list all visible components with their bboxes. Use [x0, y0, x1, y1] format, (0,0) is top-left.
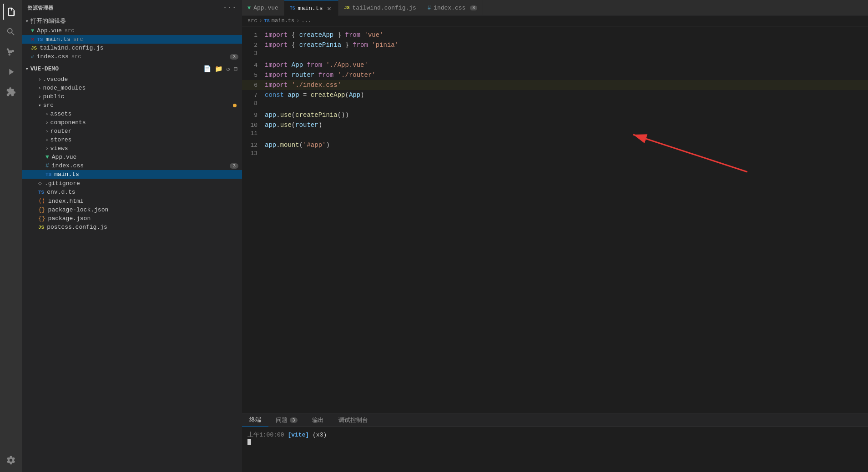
tab-appvue-label: App.vue: [253, 5, 278, 11]
file-indexhtml[interactable]: ⟨⟩ index.html: [22, 196, 242, 206]
lc-6: import './index.css': [265, 80, 868, 90]
tab-tailwind-icon: JS: [344, 5, 349, 10]
folder-public[interactable]: › public: [22, 92, 242, 101]
css-hash-icon-src: #: [45, 162, 49, 169]
lc-2: import { createPinia } from 'pinia': [265, 40, 868, 50]
lc-9: app.use(createPinia()): [265, 110, 868, 120]
file-tree: ▾ 打开的编辑器 ▼ App.vue src ✕ TS main.ts src …: [22, 15, 242, 472]
code-line-12: 12 app.mount('#app'): [242, 140, 868, 150]
code-line-10: 10 app.use(router): [242, 120, 868, 130]
source-control-icon[interactable]: [3, 44, 19, 60]
open-editor-appvue-name: App.vue: [37, 27, 62, 34]
code-line-7: 7 const app = createApp(App): [242, 90, 868, 100]
folder-src[interactable]: ▾ src: [22, 101, 242, 110]
panel-tab-output[interactable]: 输出: [305, 413, 331, 427]
extensions-icon[interactable]: [3, 84, 19, 100]
src-modified-dot: [233, 104, 237, 107]
tab-indexcss-label: index.css: [434, 5, 465, 11]
folder-stores-arrow: ›: [45, 137, 49, 143]
ln-9: 9: [242, 112, 265, 119]
folder-router-label: router: [50, 128, 72, 135]
panel-tabs: 终端 问题 3 输出 调试控制台: [242, 413, 868, 427]
open-editor-maints-path: src: [73, 36, 83, 43]
ln-4: 4: [242, 62, 265, 69]
folder-public-arrow: ›: [38, 94, 41, 100]
project-header[interactable]: ▾ VUE-DEMO 📄 📁 ↺ ⊟: [22, 63, 242, 75]
folder-vscode-arrow: ›: [38, 77, 41, 82]
open-editor-maints[interactable]: ✕ TS main.ts src: [22, 35, 242, 44]
folder-public-label: public: [43, 93, 65, 100]
open-editor-indexcss-name: index.css: [37, 53, 69, 60]
tab-tailwind[interactable]: JS tailwind.config.js: [338, 0, 422, 16]
close-icon[interactable]: ✕: [31, 36, 34, 43]
folder-nm-label: node_modules: [43, 85, 86, 91]
tab-maints-close[interactable]: ✕: [325, 5, 333, 12]
new-file-button[interactable]: 📄: [202, 64, 212, 74]
folder-stores[interactable]: › stores: [22, 136, 242, 144]
open-editors-arrow: ▾: [25, 18, 29, 24]
ts-icon-env: TS: [38, 190, 44, 195]
folder-assets[interactable]: › assets: [22, 110, 242, 118]
ln-13: 13: [242, 150, 265, 157]
file-indexcss-src-label: index.css: [52, 162, 84, 169]
folder-components[interactable]: › components: [22, 118, 242, 127]
open-editor-indexcss-path: src: [71, 54, 81, 60]
panel-debug-label: 调试控制台: [338, 416, 368, 424]
tab-maints[interactable]: TS main.ts ✕: [284, 0, 339, 16]
run-icon[interactable]: [3, 64, 19, 80]
project-name: VUE-DEMO: [30, 65, 59, 72]
panel-tab-problems[interactable]: 问题 3: [268, 413, 305, 427]
file-postcss[interactable]: JS postcss.config.js: [22, 223, 242, 231]
file-packagejson[interactable]: {} package.json: [22, 214, 242, 223]
open-editors-header[interactable]: ▾ 打开的编辑器: [22, 15, 242, 26]
code-line-6: 6 import './index.css': [242, 80, 868, 90]
panel-problems-badge: 3: [290, 417, 298, 423]
git-icon: ◇: [38, 180, 42, 187]
open-editor-indexcss[interactable]: # index.css src 3: [22, 52, 242, 61]
file-packagelock[interactable]: {} package-lock.json: [22, 206, 242, 214]
file-maints-src[interactable]: TS main.ts: [22, 170, 242, 179]
file-gitignore[interactable]: ◇ .gitignore: [22, 179, 242, 188]
breadcrumb-sep2: ›: [296, 18, 299, 24]
collapse-button[interactable]: ⊟: [233, 64, 238, 74]
refresh-button[interactable]: ↺: [225, 64, 231, 74]
lc-5: import router from './router': [265, 70, 868, 80]
tab-indexcss[interactable]: # index.css 3: [422, 0, 483, 16]
open-editor-tailwind-name: tailwind.config.js: [40, 45, 103, 51]
settings-icon[interactable]: [3, 452, 19, 468]
files-icon[interactable]: [3, 4, 19, 20]
lc-10: app.use(router): [265, 120, 868, 130]
panel: 终端 问题 3 输出 调试控制台 上午1:00:00 [vite] (x3) █: [242, 413, 868, 472]
folder-views[interactable]: › views: [22, 144, 242, 153]
sidebar-title: 资源管理器: [27, 5, 54, 11]
open-editor-tailwind[interactable]: JS tailwind.config.js: [22, 44, 242, 52]
ln-6: 6: [242, 82, 265, 89]
sidebar: 资源管理器 ··· ▾ 打开的编辑器 ▼ App.vue src ✕ TS ma…: [22, 0, 242, 472]
folder-vscode[interactable]: › .vscode: [22, 75, 242, 84]
code-editor[interactable]: 1 import { createApp } from 'vue' 2 impo…: [242, 26, 868, 413]
folder-vscode-label: .vscode: [43, 76, 68, 83]
file-envdts[interactable]: TS env.d.ts: [22, 188, 242, 196]
search-icon[interactable]: [3, 24, 19, 40]
panel-tab-debug[interactable]: 调试控制台: [331, 413, 375, 427]
file-gitignore-label: .gitignore: [45, 180, 80, 187]
file-appvue-src[interactable]: ▼ App.vue: [22, 153, 242, 161]
tab-appvue[interactable]: ▼ App.vue: [242, 0, 284, 16]
ln-1: 1: [242, 32, 265, 39]
sidebar-menu-button[interactable]: ···: [223, 4, 237, 12]
code-editor-wrapper: 1 import { createApp } from 'vue' 2 impo…: [242, 26, 868, 413]
open-editor-appvue[interactable]: ▼ App.vue src: [22, 26, 242, 35]
tab-tailwind-label: tailwind.config.js: [352, 5, 416, 11]
panel-tab-terminal[interactable]: 终端: [242, 413, 268, 427]
file-indexcss-badge: 3: [230, 163, 238, 169]
code-line-8: 8: [242, 100, 868, 110]
ln-10: 10: [242, 122, 265, 129]
ts-icon-src: TS: [45, 172, 51, 177]
folder-src-arrow: ▾: [38, 102, 41, 108]
folder-router[interactable]: › router: [22, 127, 242, 136]
file-indexcss-src[interactable]: # index.css 3: [22, 161, 242, 170]
file-appvue-src-label: App.vue: [52, 154, 77, 161]
ln-5: 5: [242, 72, 265, 79]
new-folder-button[interactable]: 📁: [214, 64, 223, 74]
folder-node-modules[interactable]: › node_modules: [22, 84, 242, 92]
